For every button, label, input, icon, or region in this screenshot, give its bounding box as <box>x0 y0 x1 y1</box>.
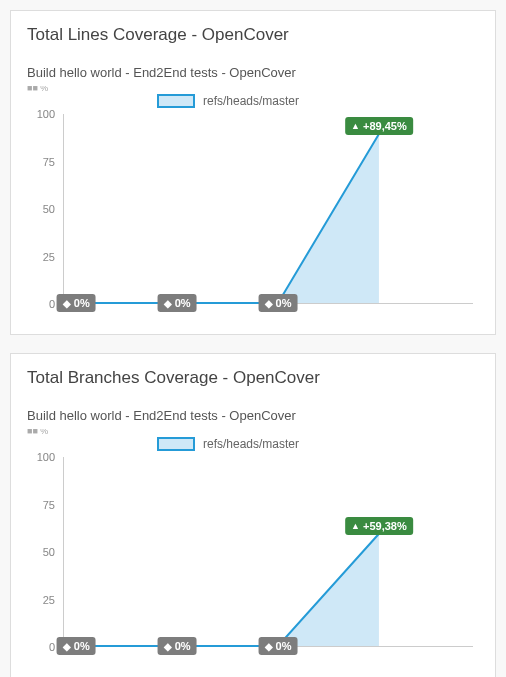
y-tick: 75 <box>43 156 55 168</box>
data-point-badge-increase[interactable]: +89,45% <box>345 117 413 135</box>
legend-swatch <box>157 437 195 451</box>
y-tick: 50 <box>43 546 55 558</box>
chart-area: 02550751000%0%0%+59,38% <box>27 457 479 667</box>
y-axis: 0255075100 <box>27 114 59 304</box>
area-fill <box>76 534 379 646</box>
panel-title: Total Branches Coverage - OpenCover <box>27 368 479 388</box>
plot-area: 0%0%0%+59,38% <box>63 457 473 647</box>
y-tick: 75 <box>43 499 55 511</box>
y-tick: 100 <box>37 108 55 120</box>
plot-area: 0%0%0%+89,45% <box>63 114 473 304</box>
y-tick: 25 <box>43 594 55 606</box>
y-tick: 25 <box>43 251 55 263</box>
clipped-y-label: ■■ % <box>27 429 479 435</box>
y-tick: 0 <box>49 298 55 310</box>
area-fill <box>76 134 379 303</box>
y-axis: 0255075100 <box>27 457 59 647</box>
data-point-badge-increase[interactable]: +59,38% <box>345 517 413 535</box>
legend-label: refs/heads/master <box>203 437 299 451</box>
legend-swatch <box>157 94 195 108</box>
y-tick: 50 <box>43 203 55 215</box>
series-svg <box>64 457 473 646</box>
legend[interactable]: refs/heads/master <box>157 437 479 451</box>
data-point-badge[interactable]: 0% <box>259 637 298 655</box>
clipped-y-label: ■■ % <box>27 86 479 92</box>
panel-subtitle: Build hello world - End2End tests - Open… <box>27 408 479 423</box>
chart-area: 02550751000%0%0%+89,45% <box>27 114 479 324</box>
panel-subtitle: Build hello world - End2End tests - Open… <box>27 65 479 80</box>
legend[interactable]: refs/heads/master <box>157 94 479 108</box>
chart-panel: Total Lines Coverage - OpenCoverBuild he… <box>10 10 496 335</box>
data-point-badge[interactable]: 0% <box>57 294 96 312</box>
series-svg <box>64 114 473 303</box>
panel-title: Total Lines Coverage - OpenCover <box>27 25 479 45</box>
y-tick: 0 <box>49 641 55 653</box>
data-point-badge[interactable]: 0% <box>158 294 197 312</box>
legend-label: refs/heads/master <box>203 94 299 108</box>
y-tick: 100 <box>37 451 55 463</box>
data-point-badge[interactable]: 0% <box>259 294 298 312</box>
data-point-badge[interactable]: 0% <box>57 637 96 655</box>
chart-panel: Total Branches Coverage - OpenCoverBuild… <box>10 353 496 677</box>
data-point-badge[interactable]: 0% <box>158 637 197 655</box>
